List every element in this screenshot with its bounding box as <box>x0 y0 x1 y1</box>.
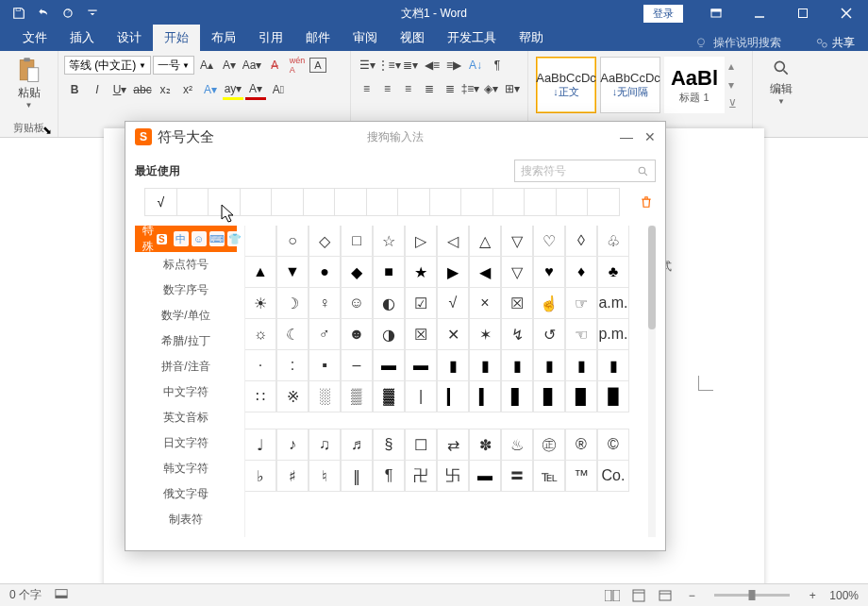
minimize-button[interactable] <box>738 0 781 26</box>
category-item[interactable]: 制表符 <box>135 507 237 532</box>
scrollbar-track[interactable] <box>648 226 656 537</box>
symbol-cell[interactable]: ♡ <box>533 226 565 257</box>
symbol-cell[interactable]: ™ <box>565 460 597 492</box>
symbol-cell[interactable]: ☾ <box>276 318 309 350</box>
symbol-cell[interactable]: ☐ <box>405 429 437 461</box>
sort-button[interactable]: A↓ <box>465 55 486 76</box>
symbol-cell[interactable]: ▶ <box>437 256 469 288</box>
show-marks-button[interactable]: ¶ <box>487 55 508 76</box>
symbol-cell[interactable]: √ <box>437 287 469 319</box>
recent-symbol-cell[interactable] <box>525 189 557 215</box>
recent-symbol-cell[interactable] <box>367 189 399 215</box>
styles-more[interactable]: ⊻ <box>728 97 743 110</box>
symbol-cell[interactable]: 卍 <box>405 460 437 492</box>
symbol-cell[interactable]: ♩ <box>244 429 276 461</box>
redo-button[interactable] <box>57 2 79 25</box>
symbol-cell[interactable]: ✽ <box>469 429 501 461</box>
subscript-button[interactable]: x₂ <box>155 79 175 100</box>
undo-button[interactable] <box>32 2 55 25</box>
styles-up[interactable]: ▴ <box>728 59 743 73</box>
bullets-button[interactable]: ☰▾ <box>357 55 377 76</box>
styles-down[interactable]: ▾ <box>728 78 743 92</box>
category-item[interactable]: 俄文字母 <box>135 481 237 507</box>
symbol-cell[interactable]: ♣ <box>597 256 629 288</box>
share-button[interactable]: 共享 <box>815 35 855 51</box>
symbol-cell[interactable]: a.m. <box>597 287 629 319</box>
tab-view[interactable]: 视图 <box>389 25 436 51</box>
category-item[interactable]: 数学/单位 <box>135 303 237 328</box>
symbol-cell[interactable]: ® <box>565 429 597 461</box>
symbol-cell[interactable]: © <box>597 429 629 461</box>
recent-symbol-cell[interactable] <box>272 189 304 215</box>
save-button[interactable] <box>8 2 30 25</box>
word-count[interactable]: 0 个字 <box>9 587 42 603</box>
symbol-cell[interactable]: ☞ <box>565 287 597 319</box>
recent-symbol-cell[interactable] <box>493 189 526 215</box>
symbol-cell[interactable]: § <box>373 429 405 461</box>
symbol-cell[interactable]: ▮ <box>501 349 533 381</box>
tab-mailings[interactable]: 邮件 <box>294 25 342 51</box>
recent-symbol-cell[interactable] <box>304 189 336 215</box>
category-item[interactable]: 拼音/注音 <box>135 354 237 379</box>
symbol-cell[interactable]: ¶ <box>373 460 405 492</box>
italic-button[interactable]: I <box>87 79 108 100</box>
symbol-cell[interactable]: ♀ <box>309 287 341 319</box>
symbol-cell[interactable]: ○ <box>276 226 309 257</box>
symbol-cell[interactable]: ▽ <box>501 226 533 257</box>
bold-button[interactable]: B <box>64 79 85 100</box>
symbol-cell[interactable]: ◁ <box>437 226 469 257</box>
language-button[interactable] <box>55 588 68 602</box>
symbol-cell[interactable]: ♨ <box>501 429 533 461</box>
symbol-cell[interactable] <box>244 226 276 257</box>
underline-button[interactable]: U▾ <box>109 79 130 100</box>
dialog-close[interactable]: ✕ <box>644 129 656 144</box>
symbol-cell[interactable]: ▒ <box>341 380 373 412</box>
symbol-cell[interactable]: ☒ <box>405 318 437 350</box>
strike-button[interactable]: abc <box>132 79 153 100</box>
symbol-cell[interactable]: ◊ <box>565 226 597 257</box>
grow-font-button[interactable]: A▴ <box>196 55 217 76</box>
category-item[interactable]: 中文字符 <box>135 379 237 405</box>
category-item[interactable]: 标点符号 <box>135 252 237 278</box>
print-layout-button[interactable] <box>629 588 648 603</box>
zoom-slider[interactable] <box>714 594 790 597</box>
recent-symbol-cell[interactable]: √ <box>145 189 177 215</box>
font-name-select[interactable]: 等线 (中文正)▼ <box>64 56 151 75</box>
symbol-cell[interactable]: ◑ <box>373 318 405 350</box>
style-normal[interactable]: AaBbCcDc ↓正文 <box>536 57 596 113</box>
symbol-cell[interactable]: · <box>244 349 276 381</box>
login-button[interactable]: 登录 <box>643 5 683 23</box>
symbol-cell[interactable]: ▲ <box>244 256 276 288</box>
change-case-button[interactable]: Aa▾ <box>242 55 262 76</box>
symbol-cell[interactable]: ☆ <box>373 226 405 257</box>
symbol-cell[interactable]: ▬ <box>469 460 501 492</box>
shading-button[interactable]: ◈▾ <box>481 78 501 99</box>
symbol-cell[interactable]: × <box>469 287 501 319</box>
symbol-cell[interactable]: ▋ <box>501 380 533 412</box>
category-item[interactable]: 希腊/拉丁 <box>135 328 237 354</box>
zoom-out-button[interactable]: − <box>682 588 701 603</box>
symbol-cell[interactable]: ☝ <box>533 287 565 319</box>
style-nospacing[interactable]: AaBbCcDc ↓无间隔 <box>600 57 660 113</box>
tab-references[interactable]: 引用 <box>247 25 294 51</box>
symbol-cell[interactable]: ▪ <box>309 349 341 381</box>
symbol-cell[interactable]: ⇄ <box>437 429 469 461</box>
category-item[interactable]: 韩文字符 <box>135 456 237 481</box>
tab-file[interactable]: 文件 <box>11 25 58 51</box>
line-spacing-button[interactable]: ‡≡▾ <box>460 78 480 99</box>
symbol-cell[interactable]: ♯ <box>276 460 309 492</box>
symbol-cell[interactable]: △ <box>469 226 501 257</box>
char-border-button[interactable]: A <box>309 58 326 73</box>
scrollbar-thumb[interactable] <box>648 226 656 329</box>
symbol-cell[interactable]: ♬ <box>341 429 373 461</box>
clipboard-launcher[interactable]: ⬊ <box>42 124 54 135</box>
symbol-cell[interactable]: ♂ <box>309 318 341 350</box>
dec-indent-button[interactable]: ◀≡ <box>422 55 442 76</box>
symbol-cell[interactable]: p.m. <box>597 318 629 350</box>
symbol-cell[interactable]: ℡ <box>533 460 565 492</box>
symbol-cell[interactable]: ▮ <box>469 349 501 381</box>
tab-home[interactable]: 开始 <box>153 25 200 51</box>
symbol-cell[interactable]: ◀ <box>469 256 501 288</box>
highlight-button[interactable]: ay▾ <box>223 79 243 100</box>
symbol-cell[interactable]: ✶ <box>469 318 501 350</box>
